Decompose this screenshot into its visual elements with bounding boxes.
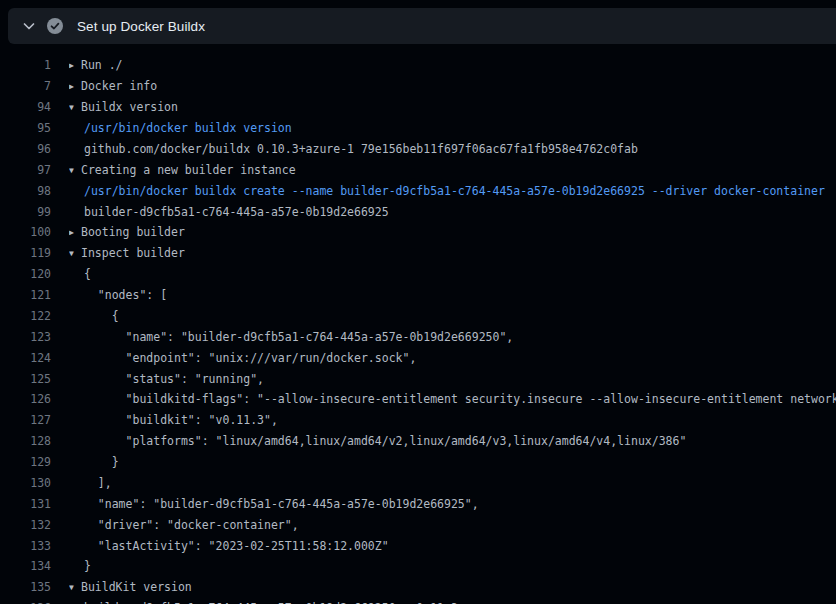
log-line: 129 } xyxy=(0,452,836,473)
line-number[interactable]: 129 xyxy=(0,455,51,469)
line-number[interactable]: 96 xyxy=(0,142,51,156)
group-header[interactable]: ▼Creating a new builder instance xyxy=(69,163,836,177)
line-body: "driver": "docker-container", xyxy=(69,518,836,532)
log-line: 122 { xyxy=(0,306,836,327)
line-body: "buildkitd-flags": "--allow-insecure-ent… xyxy=(69,392,836,406)
triangle-right-icon: ▶ xyxy=(69,228,81,237)
log-line: 128 "platforms": "linux/amd64,linux/amd6… xyxy=(0,431,836,452)
line-body: github.com/docker/buildx 0.10.3+azure-1 … xyxy=(69,142,836,156)
group-header[interactable]: ▼Inspect builder xyxy=(69,246,836,260)
line-number[interactable]: 119 xyxy=(0,246,51,260)
line-body: "status": "running", xyxy=(69,372,836,386)
line-number[interactable]: 131 xyxy=(0,497,51,511)
line-number[interactable]: 130 xyxy=(0,476,51,490)
line-number[interactable]: 95 xyxy=(0,121,51,135)
triangle-right-icon: ▶ xyxy=(69,82,81,91)
line-number[interactable]: 120 xyxy=(0,267,51,281)
line-number[interactable]: 122 xyxy=(0,309,51,323)
line-number[interactable]: 100 xyxy=(0,225,51,239)
line-body: } xyxy=(69,455,836,469)
log-line: 99 builder-d9cfb5a1-c764-445a-a57e-0b19d… xyxy=(0,201,836,222)
triangle-right-icon: ▶ xyxy=(69,61,81,70)
log-line: 97 ▼Creating a new builder instance xyxy=(0,159,836,180)
log-line: 121 "nodes": [ xyxy=(0,285,836,306)
line-number[interactable]: 124 xyxy=(0,351,51,365)
log-line: 119 ▼Inspect builder xyxy=(0,243,836,264)
line-number[interactable]: 123 xyxy=(0,330,51,344)
line-number[interactable]: 1 xyxy=(0,58,51,72)
chevron-down-icon[interactable] xyxy=(21,18,37,34)
line-number[interactable]: 126 xyxy=(0,392,51,406)
log-line: 7 ▶Docker info xyxy=(0,76,836,97)
log-line: 120 { xyxy=(0,264,836,285)
log-line: 135 ▼BuildKit version xyxy=(0,577,836,598)
check-circle-icon xyxy=(47,18,63,34)
log-viewer: 1 ▶Run ./ 7 ▶Docker info 94 ▼Buildx vers… xyxy=(0,55,836,604)
group-header[interactable]: ▶Run ./ xyxy=(69,58,836,72)
line-number[interactable]: 133 xyxy=(0,539,51,553)
log-line: 96 github.com/docker/buildx 0.10.3+azure… xyxy=(0,139,836,160)
step-header[interactable]: Set up Docker Buildx xyxy=(8,8,836,44)
log-line: 127 "buildkit": "v0.11.3", xyxy=(0,410,836,431)
line-body: "name": "builder-d9cfb5a1-c764-445a-a57e… xyxy=(69,330,836,344)
line-body: ], xyxy=(69,476,836,490)
log-line: 123 "name": "builder-d9cfb5a1-c764-445a-… xyxy=(0,326,836,347)
log-line: 98 /usr/bin/docker buildx create --name … xyxy=(0,180,836,201)
log-line: 1 ▶Run ./ xyxy=(0,55,836,76)
triangle-down-icon: ▼ xyxy=(69,103,81,112)
group-title: Buildx version xyxy=(81,100,178,114)
line-body: { xyxy=(69,267,836,281)
line-number[interactable]: 127 xyxy=(0,413,51,427)
line-body: "buildkit": "v0.11.3", xyxy=(69,413,836,427)
group-header[interactable]: ▼BuildKit version xyxy=(69,580,836,594)
line-body: "name": "builder-d9cfb5a1-c764-445a-a57e… xyxy=(69,497,836,511)
group-title: Docker info xyxy=(81,79,157,93)
log-line: 100 ▶Booting builder xyxy=(0,222,836,243)
line-body: "endpoint": "unix:///var/run/docker.sock… xyxy=(69,351,836,365)
line-number[interactable]: 7 xyxy=(0,79,51,93)
line-number[interactable]: 132 xyxy=(0,518,51,532)
log-line: 133 "lastActivity": "2023-02-25T11:58:12… xyxy=(0,535,836,556)
log-line: 125 "status": "running", xyxy=(0,368,836,389)
line-body: "nodes": [ xyxy=(69,288,836,302)
group-header[interactable]: ▶Booting builder xyxy=(69,225,836,239)
triangle-down-icon: ▼ xyxy=(69,583,81,592)
log-line: 124 "endpoint": "unix:///var/run/docker.… xyxy=(0,347,836,368)
group-title: BuildKit version xyxy=(81,580,192,594)
group-title: Run ./ xyxy=(81,58,123,72)
line-number[interactable]: 98 xyxy=(0,184,51,198)
line-body: "lastActivity": "2023-02-25T11:58:12.000… xyxy=(69,539,836,553)
log-line: 134 } xyxy=(0,556,836,577)
line-body: builder-d9cfb5a1-c764-445a-a57e-0b19d2e6… xyxy=(69,205,836,219)
triangle-down-icon: ▼ xyxy=(69,166,81,175)
line-number[interactable]: 128 xyxy=(0,434,51,448)
log-line: 132 "driver": "docker-container", xyxy=(0,514,836,535)
line-number[interactable]: 125 xyxy=(0,372,51,386)
line-number[interactable]: 94 xyxy=(0,100,51,114)
line-body: } xyxy=(69,559,836,573)
log-line: 94 ▼Buildx version xyxy=(0,97,836,118)
log-line: 130 ], xyxy=(0,473,836,494)
log-line: 136 builder-d9cfb5a1-c764-445a-a57e-0b19… xyxy=(0,598,836,604)
line-number[interactable]: 97 xyxy=(0,163,51,177)
group-header[interactable]: ▶Docker info xyxy=(69,79,836,93)
line-body: "platforms": "linux/amd64,linux/amd64/v2… xyxy=(69,434,836,448)
line-body: /usr/bin/docker buildx create --name bui… xyxy=(69,184,836,198)
line-number[interactable]: 99 xyxy=(0,205,51,219)
line-number[interactable]: 134 xyxy=(0,559,51,573)
line-body: { xyxy=(69,309,836,323)
line-number[interactable]: 135 xyxy=(0,580,51,594)
line-body: /usr/bin/docker buildx version xyxy=(69,121,836,135)
group-title: Inspect builder xyxy=(81,246,185,260)
triangle-down-icon: ▼ xyxy=(69,249,81,258)
log-line: 126 "buildkitd-flags": "--allow-insecure… xyxy=(0,389,836,410)
log-line: 131 "name": "builder-d9cfb5a1-c764-445a-… xyxy=(0,493,836,514)
group-title: Booting builder xyxy=(81,225,185,239)
step-title: Set up Docker Buildx xyxy=(77,19,205,34)
group-header[interactable]: ▼Buildx version xyxy=(69,100,836,114)
group-title: Creating a new builder instance xyxy=(81,163,296,177)
line-number[interactable]: 121 xyxy=(0,288,51,302)
log-line: 95 /usr/bin/docker buildx version xyxy=(0,118,836,139)
